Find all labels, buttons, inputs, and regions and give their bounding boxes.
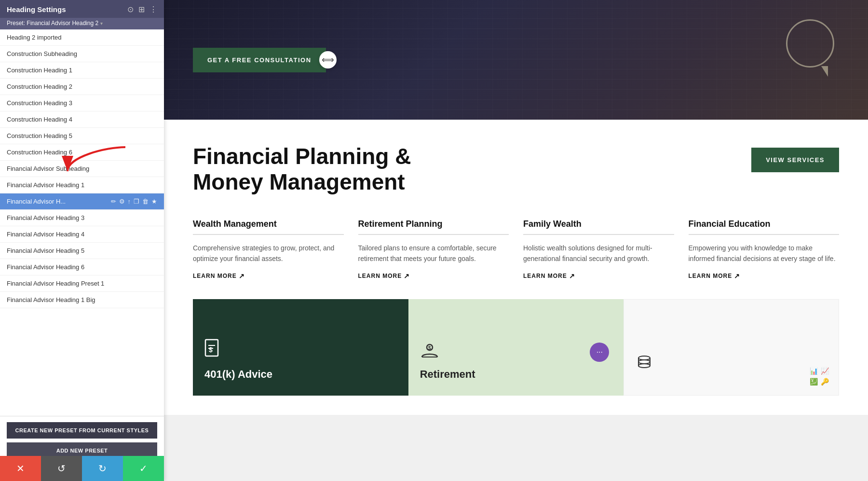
view-services-button[interactable]: VIEW SERVICES [751, 148, 839, 172]
preset-item-construction-heading-1[interactable]: Construction Heading 1 [0, 62, 164, 79]
preset-item-construction-heading-5[interactable]: Construction Heading 5 [0, 128, 164, 144]
grid-icon-2: 📈 [821, 367, 829, 375]
service-description: Empowering you with knowledge to make in… [689, 243, 840, 264]
arrow-icon: ↗ [404, 272, 410, 280]
star-icon[interactable]: ★ [151, 198, 157, 205]
hero-cta-button[interactable]: GET A FREE CONSULTATION [193, 48, 326, 72]
active-preset-label: Financial Advisor H... [7, 198, 111, 205]
delete-icon[interactable]: 🗑 [142, 198, 149, 205]
panel-header: Heading Settings ⊙ ⊞ ⋮ [0, 0, 164, 18]
coins-stack-icon [636, 354, 653, 375]
grid-icon[interactable]: ⊞ [138, 5, 145, 14]
copy-icon[interactable]: ❐ [134, 198, 139, 205]
learn-more-link[interactable]: LEARN MORE ↗ [193, 272, 344, 280]
focus-icon[interactable]: ⊙ [127, 5, 134, 14]
preset-list: Heading 2 importedConstruction Subheadin… [0, 29, 164, 416]
more-icon[interactable]: ⋮ [149, 5, 157, 14]
bottom-toolbar: ✕ ↺ ↻ ✓ [0, 456, 164, 481]
learn-more-label: LEARN MORE [523, 273, 567, 279]
card-retirement: $ ··· Retirement [408, 299, 624, 396]
main-content: Financial Planning & Money Management VI… [164, 120, 868, 415]
settings-icon[interactable]: ⚙ [119, 198, 125, 205]
hero-section: GET A FREE CONSULTATION ⟺ [164, 0, 868, 120]
service-description: Holistic wealth solutions designed for m… [523, 243, 674, 264]
preset-label: Preset: Financial Advisor Heading 2 [7, 20, 98, 27]
close-button[interactable]: ✕ [0, 456, 41, 481]
panel-header-icons: ⊙ ⊞ ⋮ [127, 5, 157, 14]
arrow-icon: ↗ [734, 272, 740, 280]
preset-item-financial-advisor-subheading[interactable]: Financial Advisor Subheading [0, 161, 164, 177]
export-icon[interactable]: ↑ [128, 198, 131, 205]
grid-icon-1: 📊 [810, 367, 818, 375]
preset-item-financial-advisor-heading-4[interactable]: Financial Advisor Heading 4 [0, 226, 164, 243]
check-icon: ✓ [139, 463, 148, 474]
document-dollar-icon: $ [204, 339, 222, 362]
preset-item-construction-heading-4[interactable]: Construction Heading 4 [0, 111, 164, 128]
redo-button[interactable]: ↻ [82, 456, 123, 481]
preset-item-construction-heading-3[interactable]: Construction Heading 3 [0, 95, 164, 111]
main-header-row: Financial Planning & Money Management VI… [193, 144, 839, 195]
svg-text:$: $ [209, 346, 213, 354]
preset-item-financial-advisor-heading-2[interactable]: Financial Advisor H... ✏ ⚙ ↑ ❐ 🗑 ★ [0, 193, 164, 210]
preset-item-financial-advisor-heading-1[interactable]: Financial Advisor Heading 1 [0, 177, 164, 193]
service-divider [193, 234, 344, 235]
chat-bubble: ··· [590, 343, 609, 362]
active-preset-actions: ✏ ⚙ ↑ ❐ 🗑 ★ [111, 198, 158, 205]
arrow-icon: ↗ [569, 272, 575, 280]
service-description: Tailored plans to ensure a comfortable, … [358, 243, 509, 264]
service-title: Retirement Planning [358, 219, 509, 229]
arrow-icon: ↗ [239, 272, 245, 280]
grid-icon-4: 🔑 [821, 378, 829, 385]
preset-bar[interactable]: Preset: Financial Advisor Heading 2 ▾ [0, 18, 164, 29]
undo-button[interactable]: ↺ [41, 456, 82, 481]
svg-point-8 [638, 360, 650, 364]
service-card-wealth-management: Wealth Management Comprehensive strategi… [193, 219, 344, 280]
service-divider [689, 234, 840, 235]
preset-item-financial-advisor-heading-3[interactable]: Financial Advisor Heading 3 [0, 210, 164, 226]
preset-item-construction-subheading[interactable]: Construction Subheading [0, 46, 164, 62]
service-card-family-wealth: Family Wealth Holistic wealth solutions … [523, 219, 674, 280]
service-card-financial-education: Financial Education Empowering you with … [689, 219, 840, 280]
services-grid: Wealth Management Comprehensive strategi… [193, 219, 839, 280]
chevron-down-icon: ▾ [100, 21, 103, 26]
learn-more-label: LEARN MORE [689, 273, 732, 279]
edit-icon[interactable]: ✏ [111, 198, 116, 205]
undo-icon: ↺ [57, 463, 66, 474]
hand-money-icon: $ [420, 344, 439, 362]
service-title: Family Wealth [523, 219, 674, 229]
service-title: Wealth Management [193, 219, 344, 229]
svg-point-9 [638, 364, 650, 368]
preset-item-financial-advisor-heading-6[interactable]: Financial Advisor Heading 6 [0, 259, 164, 275]
main-title: Financial Planning & Money Management [193, 144, 411, 195]
icon-grid: 📊 📈 💹 🔑 [810, 367, 829, 385]
service-card-retirement-planning: Retirement Planning Tailored plans to en… [358, 219, 509, 280]
close-icon: ✕ [16, 463, 25, 474]
card-401k: $ 401(k) Advice [193, 299, 408, 396]
learn-more-link[interactable]: LEARN MORE ↗ [523, 272, 674, 280]
right-content: GET A FREE CONSULTATION ⟺ Financial Plan… [164, 0, 868, 481]
redo-icon: ↻ [98, 463, 107, 474]
service-title: Financial Education [689, 219, 840, 229]
svg-text:$: $ [428, 345, 431, 351]
service-description: Comprehensive strategies to grow, protec… [193, 243, 344, 264]
bottom-cards: $ 401(k) Advice $ ··· [193, 299, 839, 396]
learn-more-link[interactable]: LEARN MORE ↗ [689, 272, 840, 280]
card-retirement-title: Retirement [420, 368, 475, 381]
preset-item-heading2-imported[interactable]: Heading 2 imported [0, 29, 164, 46]
left-panel: Heading Settings ⊙ ⊞ ⋮ Preset: Financial… [0, 0, 164, 481]
learn-more-link[interactable]: LEARN MORE ↗ [358, 272, 509, 280]
preset-item-financial-advisor-heading-5[interactable]: Financial Advisor Heading 5 [0, 243, 164, 259]
panel-title: Heading Settings [7, 5, 66, 14]
preset-item-financial-advisor-preset-1[interactable]: Financial Advisor Heading Preset 1 [0, 275, 164, 292]
learn-more-label: LEARN MORE [193, 273, 237, 279]
drag-handle[interactable]: ⟺ [319, 51, 337, 69]
card-401k-title: 401(k) Advice [204, 368, 272, 381]
preset-item-construction-heading-2[interactable]: Construction Heading 2 [0, 79, 164, 95]
preset-item-financial-advisor-heading-big[interactable]: Financial Advisor Heading 1 Big [0, 292, 164, 308]
confirm-button[interactable]: ✓ [123, 456, 164, 481]
preset-item-construction-heading-6[interactable]: Construction Heading 6 [0, 144, 164, 161]
learn-more-label: LEARN MORE [358, 273, 402, 279]
create-preset-button[interactable]: CREATE NEW PRESET FROM CURRENT STYLES [7, 422, 157, 439]
card-investment: 📊 📈 💹 🔑 [624, 299, 839, 396]
grid-icon-3: 💹 [810, 378, 818, 385]
